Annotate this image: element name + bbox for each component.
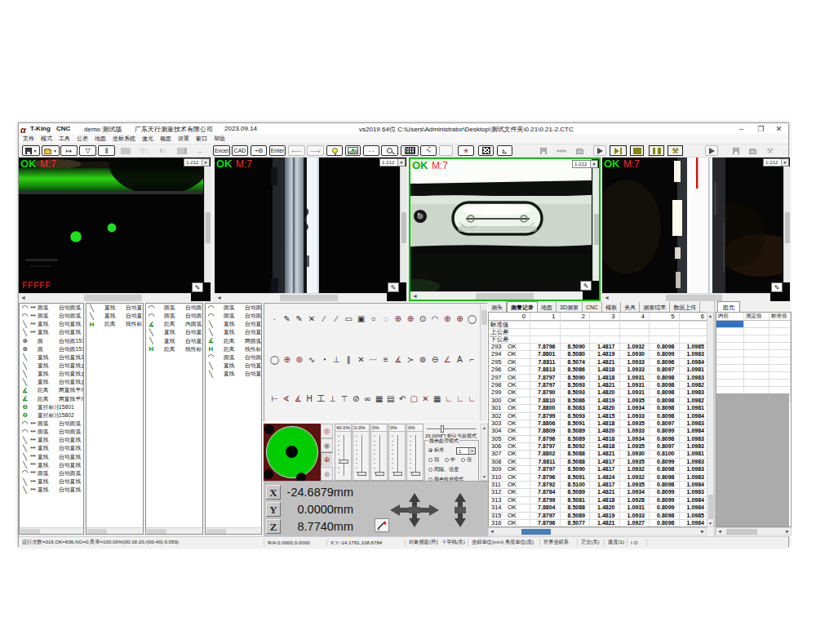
table-row[interactable]: 299OK7.87908.50931.48201.09310.80981.098…: [489, 389, 713, 397]
save-2-button[interactable]: [730, 145, 741, 156]
step-back-button[interactable]: ⟵: [288, 145, 305, 156]
feature-item[interactable]: ╲直线自动直线15: [20, 353, 83, 362]
feature-item[interactable]: ╲直线自动直线15: [20, 362, 83, 370]
feature-item[interactable]: ╲直线自动直线3: [86, 312, 143, 320]
feature-item[interactable]: ╲***直线自动直线: [20, 328, 83, 336]
tools-2-button[interactable]: ⚒: [764, 145, 776, 156]
light-mode-quad-icon[interactable]: ⊕: [321, 452, 333, 467]
table-row[interactable]: 312OK7.87848.50891.48211.09340.80991.098…: [489, 489, 713, 496]
run-auto-button[interactable]: ⚒: [667, 145, 683, 156]
block2-disabled-button[interactable]: [173, 145, 190, 156]
tool-icon-3-18[interactable]: ∟: [467, 393, 477, 404]
tool-icon-3-10[interactable]: ▦: [374, 393, 384, 404]
feature-item[interactable]: ∡距离内圆弧最大: [146, 320, 202, 328]
element-row[interactable]: [716, 358, 791, 365]
tool-icon-2-8[interactable]: ✕: [356, 354, 366, 365]
table-row[interactable]: 302OK7.87998.50931.48151.09330.80981.098…: [489, 413, 713, 420]
probe-down-button[interactable]: ▽: [79, 145, 96, 156]
tool-icon-3-16[interactable]: ∟: [444, 393, 455, 404]
tool-icon-3-13[interactable]: ▢: [409, 393, 419, 404]
camera-view-3[interactable]: OKM:71-212▼◄✎: [409, 158, 601, 301]
save-combo-button[interactable]: ▼: [22, 145, 40, 156]
axis-x-button[interactable]: X: [266, 485, 281, 500]
play-to-end-button[interactable]: [610, 145, 627, 156]
camera-hscrollbar[interactable]: ◄: [602, 293, 770, 301]
excel-export-button[interactable]: Excel: [213, 145, 230, 156]
multi-run-button[interactable]: ▸▸▸: [553, 145, 570, 156]
results-vscrollbar[interactable]: ▲▼: [707, 312, 714, 527]
tool-icon-2-4[interactable]: ∿: [306, 354, 317, 365]
light-slider-1[interactable]: 40.0%: [335, 424, 352, 481]
table-row[interactable]: 316OK7.87968.50771.48211.09270.80981.098…: [489, 520, 713, 527]
camera-fit-button[interactable]: ✎: [580, 281, 592, 291]
tool-icon-3-14[interactable]: ✕: [420, 393, 431, 404]
camera-hscrollbar[interactable]: ◄: [215, 293, 387, 301]
radio-弱[interactable]: 弱: [428, 456, 439, 464]
table-row[interactable]: 310OK7.87968.50911.48241.09320.80981.098…: [489, 474, 713, 482]
tool-icon-1-17[interactable]: ◯: [467, 313, 477, 324]
camera-hscrollbar[interactable]: ◄: [410, 291, 583, 300]
camera-view-1[interactable]: OKM:71-212▼◄✎FFFFF: [19, 158, 211, 301]
curve-view-button[interactable]: ∿̄: [420, 145, 437, 156]
feature-list-hscrollbar[interactable]: [86, 527, 143, 534]
light-mode-coaxial-icon[interactable]: ◉: [321, 438, 333, 453]
camera-vscrollbar[interactable]: [204, 167, 211, 282]
element-row[interactable]: [716, 343, 791, 350]
tool-icon-2-13[interactable]: ⊚: [418, 354, 428, 365]
feature-item[interactable]: ◠***圆弧自动圆弧: [20, 420, 83, 428]
table-row[interactable]: 300OK7.88108.50861.48191.09350.80981.098…: [489, 398, 713, 405]
tab-地图[interactable]: 地图: [538, 302, 557, 312]
tool-icon-2-6[interactable]: ⊥: [331, 354, 342, 365]
menu-item-3[interactable]: 工具: [55, 135, 73, 143]
table-row[interactable]: 296OK7.88138.50861.48181.09330.80971.098…: [489, 366, 713, 374]
camera-range-select[interactable]: 1-212▼: [379, 158, 406, 167]
move-disabled-button[interactable]: ↔: [192, 145, 208, 156]
tab-夹具[interactable]: 夹具: [621, 302, 640, 312]
tool-icon-3-9[interactable]: ∞: [362, 393, 373, 404]
tab-测量记录[interactable]: 测量记录: [507, 301, 538, 312]
table-row[interactable]: 313OK7.87998.50811.48181.09280.80991.098…: [489, 497, 713, 504]
menu-item-2[interactable]: 模式: [38, 135, 55, 143]
feature-item[interactable]: ╲直线自动直线5: [146, 337, 202, 345]
radio-强[interactable]: 强: [461, 456, 472, 464]
feature-item[interactable]: ╲直线自动直线15: [20, 370, 83, 378]
stop-button[interactable]: [630, 145, 644, 156]
feature-item[interactable]: ⊖直径标注15801: [20, 403, 83, 411]
tool-icon-1-3[interactable]: ✎: [294, 313, 304, 324]
camera-range-select[interactable]: 1-212▼: [763, 158, 789, 167]
feature-item[interactable]: ╲***直线自动直线: [20, 461, 83, 469]
chevron-down-icon[interactable]: ▼: [202, 159, 209, 166]
table-row[interactable]: 293OK7.87968.50901.48171.09320.80981.098…: [489, 344, 713, 351]
tool-icon-3-11[interactable]: ▤: [385, 393, 396, 404]
radio-standard[interactable]: 标准: [428, 446, 444, 454]
table-row[interactable]: 309OK7.87978.50901.48171.09320.80981.098…: [489, 466, 713, 473]
menu-item-9[interactable]: 设置: [175, 135, 193, 143]
light-panel-scrollbar[interactable]: ▲▼: [481, 424, 488, 481]
tool-icon-1-10[interactable]: ◌: [380, 313, 391, 324]
menu-item-10[interactable]: 窗口: [193, 135, 211, 143]
feature-item[interactable]: ◠***圆弧自动圆弧: [20, 312, 83, 320]
tool-icon-2-14[interactable]: ⊖: [430, 354, 441, 365]
menu-item-4[interactable]: 公差: [73, 135, 91, 143]
camera-vscrollbar[interactable]: [400, 167, 406, 282]
feature-item[interactable]: ◠***圆弧自动圆弧: [20, 428, 83, 436]
cad-export-button[interactable]: CAD: [232, 145, 248, 156]
feature-item[interactable]: ⊕圆自动圆15793: [20, 337, 83, 345]
camera-view-2[interactable]: OKM:71-212▼◄✎: [215, 158, 406, 301]
tool-icon-2-3[interactable]: ⊛: [294, 354, 304, 365]
table-row[interactable]: 311OK7.87928.51001.48171.09350.80981.098…: [489, 482, 713, 489]
capture-button[interactable]: ‖: [98, 145, 115, 156]
feature-item[interactable]: H距离线性标注34: [86, 320, 143, 328]
chevron-down-icon[interactable]: ▼: [781, 159, 788, 166]
tool-icon-3-1[interactable]: ⊢: [269, 393, 280, 404]
slider-thumb[interactable]: [393, 472, 402, 476]
axis-z-button[interactable]: Z: [266, 519, 281, 534]
element-row[interactable]: [716, 350, 791, 358]
camera-range-select[interactable]: 1-212▼: [572, 160, 598, 168]
table-row[interactable]: 306OK7.87978.50921.48181.09350.80971.098…: [489, 443, 713, 451]
feature-item[interactable]: ◠圆弧自动圆弧5: [146, 312, 202, 320]
tool-icon-1-12[interactable]: ⊕: [405, 313, 415, 324]
jog-arrows[interactable]: [390, 493, 488, 527]
toolbox-scrollbar[interactable]: [480, 304, 487, 421]
tool-icon-1-13[interactable]: ⊙: [418, 313, 428, 324]
